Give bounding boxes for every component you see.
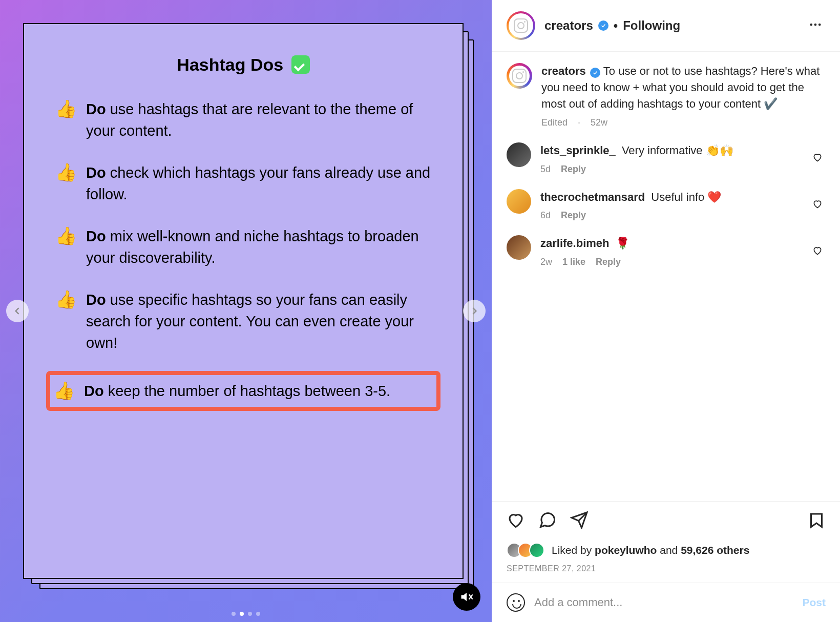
save-button[interactable]: [807, 511, 826, 531]
action-bar: [492, 501, 840, 535]
comment-row: lets_sprinkle_ Very informative 👏🙌5dRepl…: [507, 142, 826, 175]
caption-body: creatorsTo use or not to use hashtags? H…: [541, 63, 826, 128]
svg-point-4: [818, 24, 821, 26]
edited-label: Edited: [541, 117, 568, 128]
comment-text: thecrochetmansard Useful info ❤️: [540, 189, 800, 205]
likes-others[interactable]: 59,626 others: [681, 544, 749, 556]
carousel-dot[interactable]: [240, 612, 244, 616]
share-button[interactable]: [570, 511, 589, 531]
thumbs-up-icon: 👍: [55, 289, 77, 310]
comment-icon: [538, 511, 557, 529]
commenter-avatar[interactable]: [507, 235, 531, 260]
carousel-dot[interactable]: [232, 612, 236, 616]
comment-body: zarlife.bimeh 🌹2w1 likeReply: [540, 235, 800, 267]
dos-item: 👍Do check which hashtags your fans alrea…: [52, 159, 434, 208]
follow-state[interactable]: Following: [623, 18, 680, 33]
commenter-avatar[interactable]: [507, 142, 531, 167]
heart-icon: [812, 245, 823, 256]
caption-text: creatorsTo use or not to use hashtags? H…: [541, 63, 826, 112]
dos-text: Do use hashtags that are relevant to the…: [86, 98, 431, 141]
comment-meta: 2w1 likeReply: [540, 257, 800, 267]
thumbs-up-icon: 👍: [55, 162, 77, 183]
reply-button[interactable]: Reply: [596, 257, 621, 267]
comment-meta: 6dReply: [540, 210, 800, 221]
dos-item: 👍Do use hashtags that are relevant to th…: [52, 95, 434, 144]
likes-prefix: Liked by: [552, 544, 595, 556]
commenter-username[interactable]: thecrochetmansard: [540, 191, 645, 203]
svg-point-3: [814, 24, 817, 26]
mute-button[interactable]: [453, 583, 480, 611]
comment-body: lets_sprinkle_ Very informative 👏🙌5dRepl…: [540, 142, 800, 175]
bookmark-icon: [807, 511, 826, 529]
emoji-picker-button[interactable]: [507, 593, 525, 612]
author-avatar[interactable]: [507, 63, 532, 89]
separator: •: [614, 18, 618, 33]
carousel-prev-button[interactable]: [6, 300, 29, 322]
dos-item: 👍Do mix well-known and niche hashtags to…: [52, 222, 434, 272]
heart-icon: [812, 199, 823, 209]
instagram-glyph-icon: [514, 18, 528, 33]
commenter-username[interactable]: lets_sprinkle_: [540, 144, 616, 157]
likes-lead-user[interactable]: pokeyluwho: [595, 544, 657, 556]
like-comment-button[interactable]: [809, 149, 826, 168]
post-header: creators • Following: [492, 0, 840, 52]
like-comment-button[interactable]: [809, 196, 826, 214]
post-comment-button[interactable]: Post: [802, 596, 826, 609]
card-stack: Hashtag Dos 👍Do use hashtags that are re…: [23, 23, 464, 579]
comment-age: 2w: [540, 257, 552, 267]
carousel-next-button[interactable]: [463, 300, 486, 322]
thumbs-up-icon: 👍: [55, 225, 77, 246]
liker-avatar: [529, 543, 544, 558]
dos-text: Do check which hashtags your fans alread…: [86, 162, 431, 205]
comment-content: 🌹: [616, 237, 629, 250]
commenter-username[interactable]: zarlife.bimeh: [540, 237, 609, 250]
dos-text: Do mix well-known and niche hashtags to …: [86, 225, 431, 268]
card-main: Hashtag Dos 👍Do use hashtags that are re…: [23, 23, 464, 579]
comment-content: Useful info ❤️: [651, 191, 721, 203]
likes-text: Liked by pokeyluwho and 59,626 others: [552, 543, 749, 557]
comment-age: 5d: [540, 164, 551, 175]
verified-badge-icon: [590, 68, 600, 78]
muted-speaker-icon: [459, 590, 474, 604]
carousel-dot[interactable]: [256, 612, 260, 616]
comment-input[interactable]: [534, 596, 793, 609]
comment-text: lets_sprinkle_ Very informative 👏🙌: [540, 142, 800, 159]
carousel-dot[interactable]: [248, 612, 252, 616]
like-comment-button[interactable]: [809, 242, 826, 261]
dos-text: Do use specific hashtags so your fans ca…: [86, 289, 431, 354]
heart-icon: [812, 152, 823, 162]
header-names: creators • Following: [544, 18, 680, 33]
like-avatars: [507, 543, 544, 558]
share-icon: [570, 511, 589, 529]
author-username[interactable]: creators: [544, 18, 593, 33]
likes-row[interactable]: Liked by pokeyluwho and 59,626 others: [492, 535, 840, 560]
comment-age: 6d: [540, 210, 551, 221]
commenter-avatar[interactable]: [507, 189, 531, 214]
comment-meta: 5dReply: [540, 164, 800, 175]
thumbs-up-icon: 👍: [53, 380, 75, 401]
comment-like-count[interactable]: 1 like: [562, 257, 585, 267]
caption-username[interactable]: creators: [541, 65, 586, 77]
more-options-button[interactable]: [805, 14, 826, 37]
chevron-left-icon: [12, 306, 23, 316]
add-comment-bar: Post: [492, 583, 840, 622]
comment-content: Very informative 👏🙌: [622, 144, 733, 157]
comment-button[interactable]: [538, 511, 557, 531]
heart-icon: [507, 511, 525, 529]
reply-button[interactable]: Reply: [561, 210, 586, 221]
instagram-glyph-icon: [512, 69, 527, 83]
reply-button[interactable]: Reply: [561, 164, 586, 175]
post-sidebar: creators • Following creatorsTo use or n…: [492, 0, 840, 622]
comment-text: zarlife.bimeh 🌹: [540, 235, 800, 252]
action-icons: [507, 511, 826, 531]
likes-middle: and: [657, 544, 681, 556]
author-avatar[interactable]: [507, 11, 535, 40]
like-button[interactable]: [507, 511, 525, 531]
caption-row: creatorsTo use or not to use hashtags? H…: [507, 63, 826, 128]
carousel-dots: [232, 612, 260, 616]
dos-list: 👍Do use hashtags that are relevant to th…: [52, 95, 434, 411]
comment-row: zarlife.bimeh 🌹2w1 likeReply: [507, 235, 826, 267]
more-horizontal-icon: [808, 17, 823, 32]
comment-row: thecrochetmansard Useful info ❤️6dReply: [507, 189, 826, 221]
comment-body: thecrochetmansard Useful info ❤️6dReply: [540, 189, 800, 221]
